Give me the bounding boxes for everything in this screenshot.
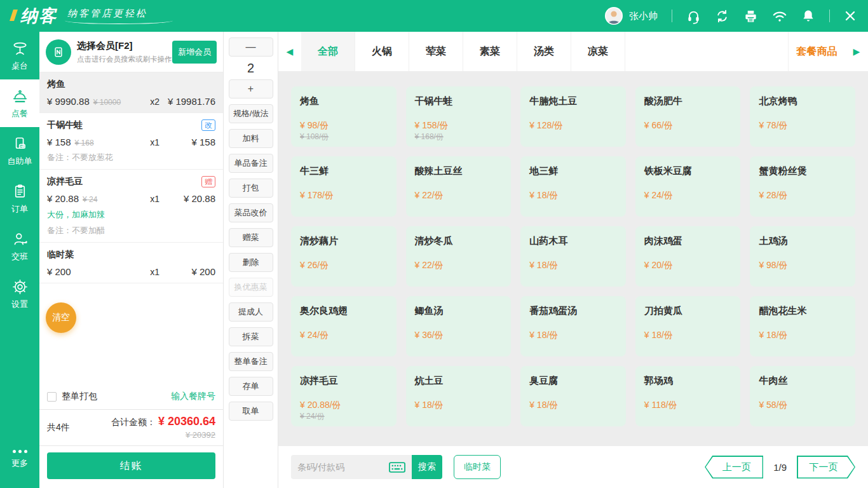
category-tab[interactable]: 素菜 bbox=[463, 32, 517, 71]
dish-card[interactable]: 清炒藕片 ¥ 26/份 bbox=[291, 226, 397, 287]
sync-icon[interactable] bbox=[715, 9, 729, 24]
wifi-icon[interactable] bbox=[772, 8, 787, 24]
dish-card[interactable]: 清炒冬瓜 ¥ 22/份 bbox=[406, 226, 512, 287]
sidebar-item-tables[interactable]: 桌台 bbox=[0, 32, 39, 79]
order-item[interactable]: 凉拌毛豆 赠 ¥ 20.88 ¥ 24 x1 ¥ 20.88 大份，加麻加辣 备… bbox=[39, 170, 223, 243]
category-tab[interactable]: 汤类 bbox=[517, 32, 571, 71]
temp-dish-button[interactable]: 临时菜 bbox=[454, 455, 501, 479]
next-page-button[interactable]: 下一页 bbox=[797, 456, 855, 478]
member-select-bar[interactable]: 选择会员[F2] 点击进行会员搜索或刷卡操作 新增会员 bbox=[39, 32, 223, 72]
dish-card[interactable]: 炕土豆 ¥ 18/份 bbox=[406, 366, 512, 426]
dish-name: 铁板米豆腐 bbox=[644, 165, 732, 177]
order-item[interactable]: 干锅牛蛙 改 ¥ 158 ¥ 168 x1 ¥ 158 备注：不要放葱花 bbox=[39, 113, 223, 170]
clear-order-button[interactable]: 清空 bbox=[46, 302, 76, 333]
dish-name: 干锅牛蛙 bbox=[415, 95, 503, 107]
order-item-name: 干锅牛蛙 bbox=[47, 119, 83, 131]
topbar-divider bbox=[829, 10, 830, 22]
action-button[interactable]: 取单 bbox=[229, 402, 273, 421]
dish-price: ¥ 20.88/份 bbox=[300, 400, 341, 411]
dish-card[interactable]: 郭场鸡 ¥ 118/份 bbox=[635, 366, 741, 426]
avatar[interactable] bbox=[605, 7, 623, 25]
username: 张小帅 bbox=[629, 10, 658, 22]
dish-card[interactable]: 牛肉丝 ¥ 58/份 bbox=[750, 366, 855, 426]
dish-card[interactable]: 地三鲜 ¥ 18/份 bbox=[520, 156, 626, 217]
dish-price: ¥ 28/份 bbox=[759, 190, 787, 201]
category-tab[interactable]: 凉菜 bbox=[571, 32, 625, 71]
action-button[interactable]: 提成人 bbox=[229, 302, 273, 322]
action-button[interactable]: 单品备注 bbox=[229, 154, 273, 173]
dish-card[interactable]: 牛腩炖土豆 ¥ 128/份 bbox=[520, 86, 626, 147]
dish-price: ¥ 58/份 bbox=[759, 400, 787, 411]
dish-card[interactable]: 醋泡花生米 ¥ 18/份 bbox=[750, 296, 855, 356]
pack-whole-order-checkbox[interactable] bbox=[47, 392, 57, 402]
dish-original-price: ¥ 108/份 bbox=[300, 132, 329, 142]
dish-price: ¥ 22/份 bbox=[415, 260, 444, 271]
action-button[interactable]: 拆菜 bbox=[229, 327, 273, 346]
add-member-button[interactable]: 新增会员 bbox=[172, 41, 217, 64]
action-button[interactable]: 打包 bbox=[229, 179, 273, 198]
dish-card[interactable]: 干锅牛蛙 ¥ 158/份 ¥ 168/份 bbox=[406, 86, 512, 147]
dish-card[interactable]: 北京烤鸭 ¥ 78/份 bbox=[750, 86, 855, 147]
qty-minus-button[interactable]: — bbox=[229, 37, 273, 57]
combo-products-tab[interactable]: 套餐商品 bbox=[788, 32, 845, 71]
dish-price: ¥ 18/份 bbox=[529, 190, 558, 201]
dish-card[interactable]: 土鸡汤 ¥ 98/份 bbox=[750, 226, 855, 287]
dish-card[interactable]: 臭豆腐 ¥ 18/份 bbox=[520, 366, 626, 426]
dish-card[interactable]: 山药木耳 ¥ 18/份 bbox=[520, 226, 626, 287]
order-item-original-price: ¥ 168 bbox=[75, 139, 94, 147]
dish-card[interactable]: 肉沫鸡蛋 ¥ 20/份 bbox=[635, 226, 741, 287]
close-icon[interactable] bbox=[844, 10, 857, 22]
prev-page-button[interactable]: 上一页 bbox=[705, 456, 763, 478]
dish-name: 鲫鱼汤 bbox=[415, 305, 503, 317]
sidebar-item-settings[interactable]: 设置 bbox=[0, 270, 39, 318]
search-button[interactable]: 搜索 bbox=[412, 455, 442, 479]
order-item[interactable]: 烤鱼 ¥ 9990.88 ¥ 10000 x2 ¥ 19981.76 bbox=[39, 72, 223, 113]
action-button[interactable]: 加料 bbox=[229, 129, 273, 148]
dish-card[interactable]: 番茄鸡蛋汤 ¥ 18/份 bbox=[520, 296, 626, 356]
dish-card[interactable]: 凉拌毛豆 ¥ 20.88/份 ¥ 24/份 bbox=[291, 366, 397, 426]
checkout-button[interactable]: 结账 bbox=[47, 452, 215, 479]
dish-card[interactable]: 酸辣土豆丝 ¥ 22/份 bbox=[406, 156, 512, 217]
action-button[interactable]: 菜品改价 bbox=[229, 203, 273, 222]
notification-bell-icon[interactable] bbox=[801, 9, 815, 23]
dish-card[interactable]: 鲫鱼汤 ¥ 36/份 bbox=[406, 296, 512, 356]
action-button[interactable]: 规格/做法 bbox=[229, 104, 273, 123]
dish-card[interactable]: 奥尔良鸡翅 ¥ 24/份 bbox=[291, 296, 397, 356]
dish-name: 蟹黄粉丝煲 bbox=[759, 165, 846, 177]
printer-icon[interactable] bbox=[743, 9, 758, 24]
category-tab[interactable]: 全部 bbox=[301, 32, 355, 71]
sidebar-item-self-order[interactable]: 自助单 bbox=[0, 127, 39, 175]
prev-page-label: 上一页 bbox=[717, 461, 751, 473]
keyboard-icon[interactable] bbox=[389, 462, 405, 473]
sidebar-item-more[interactable]: 更多 bbox=[0, 435, 39, 483]
category-tab[interactable]: 火锅 bbox=[355, 32, 409, 71]
action-button[interactable]: 整单备注 bbox=[229, 352, 273, 371]
order-item[interactable]: 临时菜 ¥ 200 x1 ¥ 200 bbox=[39, 243, 223, 283]
order-item-list: 烤鱼 ¥ 9990.88 ¥ 10000 x2 ¥ 19981.76 干锅牛蛙 … bbox=[39, 72, 223, 283]
dish-card[interactable]: 铁板米豆腐 ¥ 24/份 bbox=[635, 156, 741, 217]
category-tab[interactable]: 荤菜 bbox=[409, 32, 463, 71]
action-button[interactable]: 换优惠菜 bbox=[229, 278, 273, 297]
category-scroll-right-icon[interactable]: ▶ bbox=[845, 32, 868, 71]
sidebar-item-order-dishes[interactable]: 点餐 bbox=[0, 79, 39, 127]
barcode-input[interactable] bbox=[297, 462, 379, 472]
dish-card[interactable]: 刀拍黄瓜 ¥ 18/份 bbox=[635, 296, 741, 356]
qty-plus-button[interactable]: + bbox=[229, 79, 273, 98]
sidebar-item-orders[interactable]: 订单 bbox=[0, 175, 39, 222]
action-button[interactable]: 存单 bbox=[229, 377, 273, 396]
support-headset-icon[interactable] bbox=[686, 8, 701, 24]
gift-badge: 赠 bbox=[201, 176, 215, 187]
action-button[interactable]: 赠菜 bbox=[229, 228, 273, 247]
order-item-total: ¥ 200 bbox=[159, 266, 215, 277]
dish-card[interactable]: 酸汤肥牛 ¥ 66/份 bbox=[635, 86, 741, 147]
enter-table-number-link[interactable]: 输入餐牌号 bbox=[171, 391, 215, 402]
dish-card[interactable]: 牛三鲜 ¥ 178/份 bbox=[291, 156, 397, 217]
dish-card[interactable]: 蟹黄粉丝煲 ¥ 28/份 bbox=[750, 156, 855, 217]
category-scroll-left-icon[interactable]: ◀ bbox=[278, 32, 301, 71]
dish-card[interactable]: 烤鱼 ¥ 98/份 ¥ 108/份 bbox=[291, 86, 397, 147]
order-item-name: 凉拌毛豆 bbox=[47, 176, 83, 187]
action-button[interactable]: 删除 bbox=[229, 253, 273, 272]
dish-price: ¥ 78/份 bbox=[759, 120, 787, 132]
sidebar-item-shift-handover[interactable]: 交班 bbox=[0, 222, 39, 270]
sidebar: 桌台 点餐 自助单 订单 交班 bbox=[0, 32, 39, 488]
